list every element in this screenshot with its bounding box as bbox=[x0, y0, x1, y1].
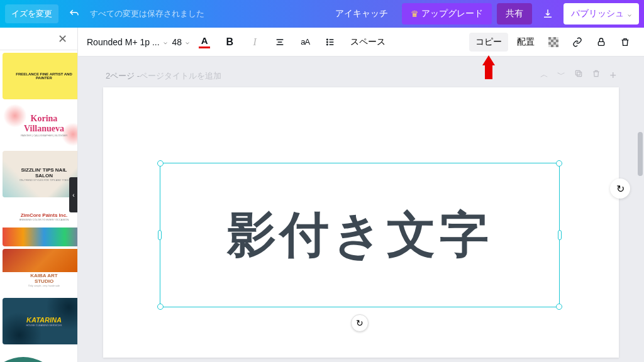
zoom-reset-icon[interactable]: ↻ bbox=[610, 178, 630, 199]
publish-label: パブリッシュ bbox=[571, 8, 624, 19]
transparency-icon[interactable] bbox=[543, 32, 564, 52]
svg-rect-13 bbox=[577, 72, 582, 77]
resize-handle[interactable] bbox=[157, 160, 164, 167]
template-thumbnail[interactable]: KATARINAHOUSE CLEANING SERVICES bbox=[3, 298, 78, 344]
italic-icon[interactable]: I bbox=[245, 32, 265, 52]
app-header: イズを変更 すべての変更は保存されました アイキャッチ ♛ アップグレード 共有… bbox=[0, 0, 644, 28]
template-thumbnail[interactable]: KorinaVillanuevaPAINTER | CALLIGRAPHER |… bbox=[3, 102, 78, 148]
add-page-icon[interactable]: + bbox=[609, 69, 616, 82]
close-icon[interactable]: ✕ bbox=[58, 32, 67, 46]
page-up-icon[interactable]: ︿ bbox=[540, 69, 548, 82]
svg-point-1 bbox=[327, 41, 328, 43]
resize-button[interactable]: イズを変更 bbox=[5, 4, 58, 23]
svg-rect-8 bbox=[548, 42, 551, 45]
font-size-value: 48 bbox=[172, 37, 182, 47]
list-icon[interactable] bbox=[320, 32, 340, 52]
resize-handle[interactable] bbox=[556, 160, 562, 167]
bold-icon[interactable]: B bbox=[219, 32, 240, 52]
eyecatch-label[interactable]: アイキャッチ bbox=[326, 3, 397, 25]
publish-button[interactable]: パブリッシュ ⌵ bbox=[564, 3, 639, 25]
template-thumbnail[interactable]: SIZZLIN' TIPS NAILSALONON-TREND STYLES F… bbox=[3, 151, 78, 197]
undo-icon[interactable] bbox=[69, 8, 80, 19]
text-case-icon[interactable]: aA bbox=[295, 32, 315, 52]
chevron-down-icon: ⌵ bbox=[164, 38, 167, 45]
sidebar-collapse-handle[interactable]: ‹ bbox=[69, 177, 78, 212]
svg-point-2 bbox=[327, 44, 328, 45]
crown-icon: ♛ bbox=[411, 9, 419, 19]
download-icon[interactable] bbox=[537, 3, 558, 25]
svg-rect-11 bbox=[556, 45, 558, 47]
template-thumbnail[interactable] bbox=[3, 347, 78, 362]
lock-icon[interactable] bbox=[591, 32, 611, 52]
svg-rect-10 bbox=[551, 45, 553, 47]
canvas-area[interactable]: 2ページ - ページタイトルを追加 ︿ ﹀ + 影付き文字 bbox=[78, 57, 644, 362]
chevron-down-icon: ⌵ bbox=[186, 38, 189, 45]
svg-rect-9 bbox=[553, 42, 556, 45]
scrollbar[interactable] bbox=[636, 57, 643, 362]
page-title-input[interactable]: ページタイトルを追加 bbox=[140, 70, 221, 82]
upgrade-button[interactable]: ♛ アップグレード bbox=[402, 3, 492, 25]
trash-icon[interactable] bbox=[615, 32, 635, 52]
svg-rect-5 bbox=[553, 37, 556, 40]
design-canvas[interactable]: 影付き文字 ↻ bbox=[103, 87, 619, 358]
upgrade-label: アップグレード bbox=[421, 8, 483, 19]
svg-rect-14 bbox=[576, 70, 580, 75]
svg-rect-4 bbox=[548, 37, 551, 40]
delete-page-icon[interactable] bbox=[592, 69, 601, 82]
font-selector[interactable]: Rounded M+ 1p ... ⌵ bbox=[87, 37, 167, 47]
svg-rect-12 bbox=[598, 41, 604, 45]
text-color-icon[interactable]: A bbox=[194, 32, 214, 52]
duplicate-page-icon[interactable] bbox=[574, 69, 583, 82]
svg-rect-6 bbox=[551, 40, 553, 42]
canvas-text[interactable]: 影付き文字 bbox=[227, 202, 492, 268]
scrollbar-thumb[interactable] bbox=[638, 132, 643, 176]
template-thumbnail[interactable]: ZimCore Paints Inc.BRINGING COLOR TO EVE… bbox=[3, 200, 78, 246]
resize-handle[interactable] bbox=[158, 230, 162, 240]
copy-label: コピー bbox=[475, 36, 502, 47]
arrange-button[interactable]: 配置 bbox=[512, 34, 540, 50]
resize-handle[interactable] bbox=[556, 304, 562, 310]
link-icon[interactable] bbox=[567, 32, 587, 52]
text-element-selected[interactable]: 影付き文字 ↻ bbox=[160, 163, 560, 307]
template-thumbnail[interactable]: FREELANCE FINE ARTIST ANDPAINTER bbox=[3, 53, 78, 99]
font-size-selector[interactable]: 48 ⌵ bbox=[172, 37, 190, 47]
font-name: Rounded M+ 1p ... bbox=[87, 37, 160, 47]
template-sidebar: ✕ FREELANCE FINE ARTIST ANDPAINTERKorina… bbox=[0, 28, 78, 362]
resize-handle[interactable] bbox=[157, 304, 164, 310]
share-button[interactable]: 共有 bbox=[497, 3, 532, 25]
resize-handle[interactable] bbox=[558, 230, 562, 240]
saved-status: すべての変更は保存されました bbox=[90, 8, 204, 19]
align-icon[interactable] bbox=[270, 32, 290, 52]
rotate-icon[interactable]: ↻ bbox=[351, 314, 369, 332]
svg-point-0 bbox=[327, 39, 328, 40]
text-toolbar: Rounded M+ 1p ... ⌵ 48 ⌵ A B I aA スペース bbox=[78, 28, 644, 57]
spacing-button[interactable]: スペース bbox=[345, 34, 391, 50]
page-number: 2ページ - bbox=[106, 70, 140, 82]
template-thumbnail[interactable]: KAIBA ARTSTUDIOOnly simple, very handmad… bbox=[3, 249, 78, 295]
svg-rect-7 bbox=[556, 40, 558, 42]
chevron-down-icon: ⌵ bbox=[628, 11, 631, 18]
page-down-icon[interactable]: ﹀ bbox=[557, 69, 565, 82]
copy-button[interactable]: コピー bbox=[469, 33, 508, 52]
